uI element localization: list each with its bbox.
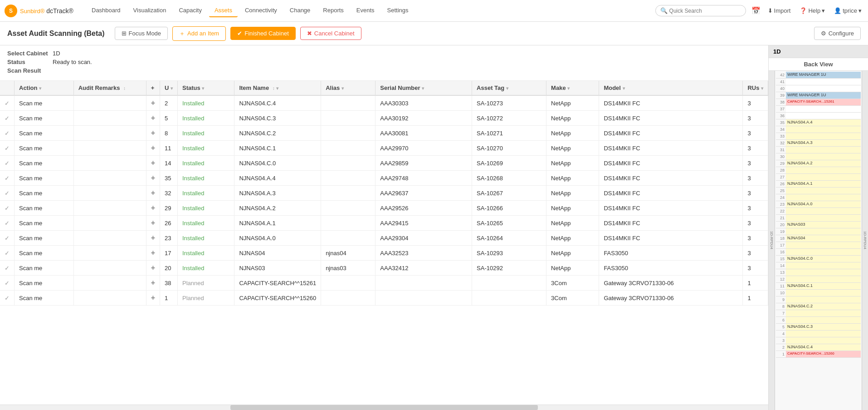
- col-plus[interactable]: +: [146, 81, 160, 95]
- row-plus[interactable]: +: [146, 186, 160, 201]
- rack-slot-row[interactable]: 2NJNAS04.C.4: [776, 344, 861, 351]
- user-menu[interactable]: 👤 tprice ▾: [832, 5, 863, 16]
- rack-slot-row[interactable]: 11NJNAS04.C.1: [776, 283, 861, 290]
- rack-slot-row[interactable]: 12: [776, 276, 861, 283]
- col-rus[interactable]: RUs ▾: [743, 81, 768, 95]
- col-make[interactable]: Make ▾: [546, 81, 599, 95]
- nav-events[interactable]: Events: [351, 4, 380, 17]
- nav-visualization[interactable]: Visualization: [128, 4, 172, 17]
- row-action[interactable]: Scan me: [15, 141, 74, 156]
- rack-slot-row[interactable]: 26NJNAS04.A.1: [776, 181, 861, 188]
- rack-slot-row[interactable]: 23NJNAS04.A.0: [776, 201, 861, 208]
- rack-slot-row[interactable]: 7: [776, 310, 861, 317]
- rack-slot-row[interactable]: 35NJNAS04.A.4: [776, 119, 861, 126]
- rack-slot-row[interactable]: 15NJNAS04.C.0: [776, 256, 861, 262]
- rack-slot-row[interactable]: 42WIRE MANAGER 1U: [776, 72, 861, 79]
- row-plus[interactable]: +: [146, 246, 160, 261]
- row-action[interactable]: Scan me: [15, 95, 74, 111]
- nav-reports[interactable]: Reports: [317, 4, 349, 17]
- col-alias[interactable]: Alias ▾: [321, 81, 375, 95]
- rack-slot-row[interactable]: 4: [776, 331, 861, 337]
- row-plus[interactable]: +: [146, 156, 160, 171]
- rack-slot-row[interactable]: 13: [776, 269, 861, 276]
- col-asset-tag[interactable]: Asset Tag ▾: [472, 81, 546, 95]
- rack-slot-row[interactable]: 1CAPACITY-SEARCH...15260: [776, 351, 861, 358]
- row-action[interactable]: Scan me: [15, 216, 74, 231]
- row-plus[interactable]: +: [146, 276, 160, 291]
- rack-slot-row[interactable]: 32NJNAS04.A.3: [776, 140, 861, 147]
- rack-slot-row[interactable]: 25: [776, 188, 861, 194]
- rack-slot-row[interactable]: 8NJNAS04.C.2: [776, 303, 861, 310]
- rack-slot-row[interactable]: 30: [776, 153, 861, 160]
- import-button[interactable]: ⬇ Import: [766, 5, 793, 16]
- rack-slot-row[interactable]: 37: [776, 106, 861, 113]
- configure-button[interactable]: ⚙ Configure: [814, 27, 861, 40]
- focus-mode-button[interactable]: ⊞ Focus Mode: [115, 27, 168, 40]
- row-plus[interactable]: +: [146, 111, 160, 126]
- rack-slot-row[interactable]: 16: [776, 249, 861, 256]
- row-plus[interactable]: +: [146, 95, 160, 111]
- row-action[interactable]: Scan me: [15, 186, 74, 201]
- rack-slot-row[interactable]: 29NJNAS04.A.2: [776, 160, 861, 167]
- rack-slot-row[interactable]: 18NJNAS04: [776, 235, 861, 242]
- finished-cabinet-button[interactable]: ✔ Finished Cabinet: [230, 27, 296, 40]
- col-u[interactable]: U ▾: [160, 81, 177, 95]
- horizontal-scrollbar[interactable]: [0, 405, 768, 410]
- row-plus[interactable]: +: [146, 231, 160, 246]
- col-status[interactable]: Status ▾: [177, 81, 234, 95]
- help-button[interactable]: ❓ Help ▾: [798, 5, 827, 16]
- rack-slot-row[interactable]: 9: [776, 296, 861, 303]
- row-action[interactable]: Scan me: [15, 291, 74, 306]
- rack-slot-row[interactable]: 40: [776, 85, 861, 92]
- row-action[interactable]: Scan me: [15, 276, 74, 291]
- col-action[interactable]: Action ▾: [15, 81, 74, 95]
- rack-slot-row[interactable]: 28: [776, 167, 861, 174]
- rack-slot-row[interactable]: 24: [776, 194, 861, 201]
- rack-slot-row[interactable]: 27: [776, 174, 861, 181]
- rack-slot-row[interactable]: 31: [776, 147, 861, 153]
- row-action[interactable]: Scan me: [15, 111, 74, 126]
- rack-slot-row[interactable]: 36: [776, 113, 861, 119]
- rack-slot-row[interactable]: 6: [776, 317, 861, 324]
- col-serial[interactable]: Serial Number ▾: [375, 81, 472, 95]
- rack-slot-row[interactable]: 41: [776, 79, 861, 85]
- rack-slot-row[interactable]: 20NJNAS03: [776, 222, 861, 228]
- row-plus[interactable]: +: [146, 261, 160, 276]
- rack-slot-row[interactable]: 5NJNAS04.C.3: [776, 324, 861, 331]
- add-item-button[interactable]: ＋ Add an Item: [172, 26, 226, 41]
- rack-slot-row[interactable]: 3: [776, 337, 861, 344]
- calendar-icon[interactable]: 📅: [751, 6, 761, 15]
- rack-slot-row[interactable]: 39WIRE MANAGER 1U: [776, 92, 861, 99]
- row-plus[interactable]: +: [146, 171, 160, 186]
- cancel-cabinet-button[interactable]: ✖ Cancel Cabinet: [300, 27, 361, 40]
- col-item-name[interactable]: Item Name ↕ ▾: [234, 81, 321, 95]
- row-action[interactable]: Scan me: [15, 171, 74, 186]
- rack-slot-row[interactable]: 10: [776, 290, 861, 296]
- rack-slot-row[interactable]: 33: [776, 133, 861, 140]
- row-action[interactable]: Scan me: [15, 156, 74, 171]
- row-action[interactable]: Scan me: [15, 201, 74, 216]
- rack-slot-row[interactable]: 19: [776, 228, 861, 235]
- nav-capacity[interactable]: Capacity: [173, 4, 207, 17]
- row-plus[interactable]: +: [146, 216, 160, 231]
- row-plus[interactable]: +: [146, 126, 160, 141]
- nav-change[interactable]: Change: [284, 4, 316, 17]
- row-plus[interactable]: +: [146, 291, 160, 306]
- rack-slot-row[interactable]: 14: [776, 262, 861, 269]
- row-plus[interactable]: +: [146, 201, 160, 216]
- nav-assets[interactable]: Assets: [209, 4, 238, 17]
- row-action[interactable]: Scan me: [15, 231, 74, 246]
- rack-slot-row[interactable]: 17: [776, 242, 861, 249]
- row-action[interactable]: Scan me: [15, 246, 74, 261]
- rack-slot-row[interactable]: 21: [776, 215, 861, 222]
- row-action[interactable]: Scan me: [15, 261, 74, 276]
- row-plus[interactable]: +: [146, 141, 160, 156]
- nav-settings[interactable]: Settings: [382, 4, 414, 17]
- rack-slot-row[interactable]: 38CAPACITY-SEARCH...15261: [776, 99, 861, 106]
- row-action[interactable]: Scan me: [15, 126, 74, 141]
- rack-slot-row[interactable]: 34: [776, 126, 861, 133]
- rack-slot-row[interactable]: 22: [776, 208, 861, 215]
- nav-dashboard[interactable]: Dashboard: [86, 4, 126, 17]
- col-remarks[interactable]: Audit Remarks ↕: [73, 81, 146, 95]
- search-input[interactable]: [669, 8, 737, 14]
